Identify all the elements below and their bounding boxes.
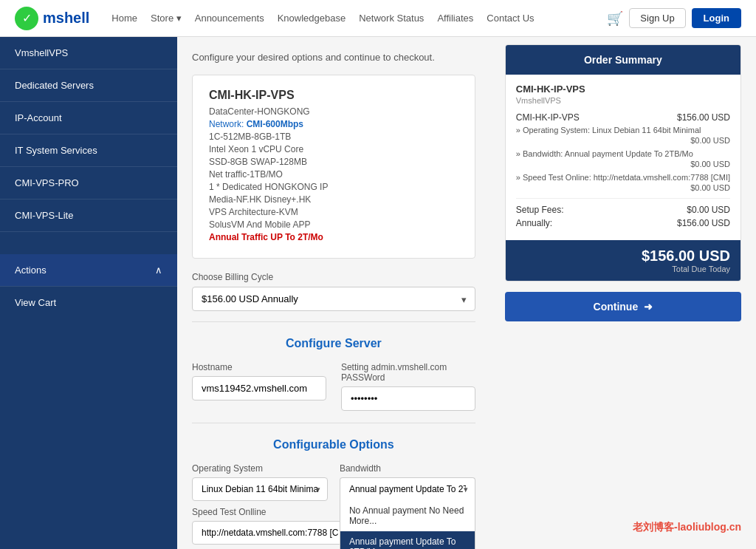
configure-server-title: Configure Server [192,337,475,350]
actions-label: Actions [15,265,47,276]
product-detail-datacenter: DataCenter-HONGKONG [209,106,458,117]
sidebar-item-cmi-vps-pro[interactable]: CMI-VPS-PRO [0,167,177,200]
hostname-group: Hostname [192,362,326,411]
logo-text: mshell [43,10,89,27]
main-content: Configure your desired options and conti… [177,37,490,549]
summary-fees: Setup Fees: $0.00 USD Annually: $156.00 … [516,205,730,228]
os-label: Operating System [192,463,328,474]
summary-total-label: Total Due Today [516,265,730,273]
os-select[interactable]: Linux Debian 11 64bit Minimal [192,477,328,501]
product-detail-specs: 1C-512MB-8GB-1TB [209,132,458,142]
main-nav: Home Store ▾ Announcements Knowledgebase… [111,13,607,24]
nav-network-status[interactable]: Network Status [359,13,424,24]
password-group: Setting admin.vmshell.com PASSWord [341,362,475,411]
os-select-wrap: Linux Debian 11 64bit Minimal [192,477,328,501]
bandwidth-group: Bandwidth Annual payment Update To 2TB/M… [340,463,475,501]
right-panel: Order Summary CMI-HK-IP-VPS VmshellVPS C… [490,37,756,549]
summary-subtitle: VmshellVPS [516,96,730,105]
hostname-label: Hostname [192,362,326,372]
summary-setup-row: Setup Fees: $0.00 USD [516,205,730,215]
actions-chevron-icon: ∧ [155,265,162,276]
options-grid: Operating System Linux Debian 11 64bit M… [192,463,475,501]
sidebar-item-ip-account[interactable]: IP-Account [0,102,177,134]
header: ✓ mshell Home Store ▾ Announcements Know… [0,0,756,37]
bandwidth-option-2[interactable]: Annual payment Update To 2TB/Mo [340,531,475,549]
billing-label: Choose Billing Cycle [192,272,475,282]
sidebar-actions[interactable]: Actions ∧ [0,254,177,286]
summary-row-bandwidth: » Bandwidth: Annual payment Update To 2T… [516,149,730,168]
product-detail-traffic: Net traffic-1TB/MO [209,169,458,180]
sidebar-item-dedicated-servers[interactable]: Dedicated Servers [0,69,177,102]
continue-button[interactable]: Continue ➜ [505,292,741,321]
nav-announcements[interactable]: Announcements [195,13,264,24]
billing-select-wrapper: $156.00 USD Annually [192,287,475,311]
summary-total-amount: $156.00 USD [516,248,730,265]
nav-store[interactable]: Store ▾ [151,13,182,24]
logo-area: ✓ mshell [15,7,89,30]
hostname-input[interactable] [192,376,326,400]
header-right: 🛒 Sign Up Login [607,8,741,28]
continue-label: Continue [594,301,639,313]
divider-1 [192,321,475,322]
summary-speed-label: » Speed Test Online: http://netdata.vmsh… [516,173,730,182]
sidebar-view-cart[interactable]: View Cart [0,286,177,318]
nav-home[interactable]: Home [111,13,137,24]
server-form-row: Hostname Setting admin.vmshell.com PASSW… [192,362,475,411]
sidebar-item-cmi-vps-lite[interactable]: CMI-VPS-Lite [0,200,177,232]
cart-icon[interactable]: 🛒 [607,10,623,27]
product-detail-arch: VPS Architecture-KVM [209,207,458,217]
summary-setup-label: Setup Fees: [516,205,564,215]
summary-setup-value: $0.00 USD [687,205,730,215]
nav-affiliates[interactable]: Affiliates [437,13,473,24]
password-input[interactable] [341,386,475,411]
product-detail-solus: SolusVM And Mobile APP [209,219,458,230]
order-summary-box: Order Summary CMI-HK-IP-VPS VmshellVPS C… [505,44,741,282]
logo-icon: ✓ [15,7,38,30]
summary-row-speed: » Speed Test Online: http://netdata.vmsh… [516,173,730,192]
summary-product-name: CMI-HK-IP-VPS [516,83,730,95]
order-summary-header: Order Summary [506,45,740,75]
product-detail-ip: 1 * Dedicated HONGKONG IP [209,182,458,192]
summary-annually-value: $156.00 USD [677,218,730,228]
product-detail-ssd: SSD-8GB SWAP-128MB [209,157,458,167]
summary-row-os: » Operating System: Linux Debian 11 64bi… [516,126,730,145]
product-detail-annual: Annual Traffic UP To 2T/Mo [209,232,458,242]
billing-section: Choose Billing Cycle $156.00 USD Annuall… [192,272,475,311]
summary-product-value: $156.00 USD [677,112,730,123]
summary-bandwidth-label: » Bandwidth: Annual payment Update To 2T… [516,149,730,158]
summary-annually-label: Annually: [516,218,552,228]
configurable-options-title: Configurable Options [192,438,475,451]
summary-speed-value: $0.00 USD [516,183,730,192]
login-button[interactable]: Login [692,8,741,28]
divider-2 [192,423,475,423]
nav-knowledgebase[interactable]: Knowledgebase [278,13,346,24]
product-detail-media: Media-NF.HK Disney+.HK [209,194,458,205]
intro-text: Configure your desired options and conti… [192,52,475,63]
bandwidth-select[interactable]: Annual payment Update To 2TB/Mo [340,477,475,500]
summary-product-label: CMI-HK-IP-VPS [516,112,580,123]
summary-total: $156.00 USD Total Due Today [506,240,740,281]
bandwidth-option-1[interactable]: No Annual payment No Need More... [340,500,475,531]
summary-annually-row: Annually: $156.00 USD [516,218,730,228]
nav-contact-us[interactable]: Contact Us [487,13,534,24]
main-layout: VmshellVPS Dedicated Servers IP-Account … [0,37,756,549]
order-summary-body: CMI-HK-IP-VPS VmshellVPS CMI-HK-IP-VPS $… [506,75,740,240]
sidebar-item-vmshellvps[interactable]: VmshellVPS [0,37,177,69]
bandwidth-dropdown: No Annual payment No Need More... Annual… [340,500,475,549]
bandwidth-label: Bandwidth [340,463,475,474]
summary-os-value: $0.00 USD [516,136,730,145]
product-detail-network: Network: CMI-600Mbps [209,119,458,129]
configurable-options: Operating System Linux Debian 11 64bit M… [192,463,475,545]
billing-select[interactable]: $156.00 USD Annually [192,287,475,311]
product-detail-cpu: Intel Xeon 1 vCPU Core [209,144,458,154]
product-title: CMI-HK-IP-VPS [209,89,458,102]
summary-row-product: CMI-HK-IP-VPS $156.00 USD [516,112,730,123]
bandwidth-select-wrap: Annual payment Update To 2TB/Mo No Annua… [340,477,475,500]
os-group: Operating System Linux Debian 11 64bit M… [192,463,328,501]
signup-button[interactable]: Sign Up [629,8,685,28]
summary-os-label: » Operating System: Linux Debian 11 64bi… [516,126,730,134]
summary-divider [516,198,730,199]
password-label: Setting admin.vmshell.com PASSWord [341,362,475,383]
watermark: 老刘博客-laoliublog.cn [633,521,741,534]
sidebar-item-it-system-services[interactable]: IT System Services [0,134,177,167]
